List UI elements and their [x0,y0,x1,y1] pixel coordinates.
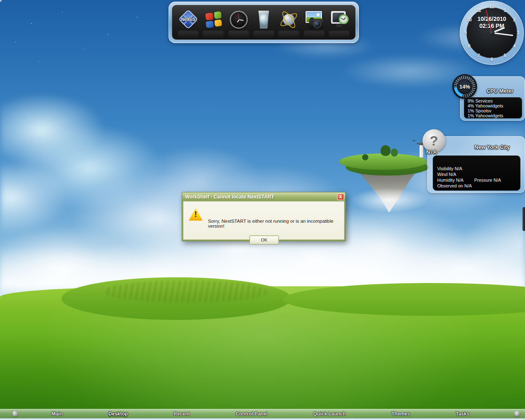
bird [413,140,415,142]
recycle-bin-icon[interactable] [253,9,274,40]
cpu-usage-value: 14% [459,84,470,90]
island-tree [362,154,368,160]
grass-hill [62,277,291,320]
island-grass [339,153,427,170]
photo-camera-icon[interactable] [304,9,325,40]
clock-number: 3 [517,30,519,35]
weather-humidity: Humidity N/A [437,177,463,183]
ok-button[interactable]: OK [249,235,279,244]
weather-condition: N/A [426,149,438,155]
weather-visibility: Visibility N/A [437,166,516,171]
weather-wind: Wind N/A [437,171,516,177]
taskbar-item-quick-launch[interactable]: Quick Launch [313,411,346,417]
clock-hub [489,30,495,36]
nexus-icon[interactable]: NeXuS [178,9,199,40]
clock-number: 7 [477,53,480,58]
taskbar-item-tasks[interactable]: Tasks [456,411,469,417]
taskbar-item-themes[interactable]: Themes [391,411,410,417]
clock-number: 6 [491,57,493,62]
taskbar-item-main[interactable]: Main [52,411,63,417]
nexus-dock: NeXuS [169,2,359,43]
cpu-meter-widget[interactable]: 14% CPU Meter 9% Services 4% Yahoowidget… [460,76,525,121]
clock-number: 9 [464,30,467,35]
globe-orbit-icon[interactable] [278,9,299,40]
dialog-titlebar[interactable]: WorkShelf - Cannot locate NextSTART [182,192,345,201]
clock-date: 10/26/2010 [460,16,524,22]
warning-exclamation: ! [189,210,203,219]
clock-number: 8 [468,43,470,48]
close-icon[interactable]: X [337,194,344,200]
cpu-process-row: 4% Yahoowidgets [468,103,518,108]
nexus-icon-label: NeXuS [178,17,199,22]
clock-number: 4 [513,43,516,48]
workshelf-error-dialog: WorkShelf - Cannot locate NextSTART X ! … [182,192,346,241]
dialog-message: Sorry, NextSTART is either not running o… [208,219,341,228]
question-mark-icon: ? [430,133,438,149]
clock-number: 12 [489,4,494,9]
clock-time: 02:16 PM [460,23,524,29]
monitor-clock-icon[interactable] [329,9,350,40]
windows-start-icon[interactable] [203,9,224,40]
clock-number: 5 [504,53,506,58]
taskbar-item-control-panel[interactable]: Control Panel [235,411,267,417]
taskbar-left-orb[interactable] [12,411,18,417]
weather-city: New York City [475,144,510,150]
cpu-gauge: 14% [452,74,477,99]
dock-panel: NeXuS [172,5,356,40]
lighthouse [420,144,423,158]
weather-details: Visibility N/A Wind N/A Humidity N/A Pre… [433,155,520,191]
weather-observed: Observed on N/A [437,183,516,189]
dialog-title: WorkShelf - Cannot locate NextSTART [185,194,274,200]
desktop: NeXuS [0,0,525,420]
dialog-body: ! Sorry, NextSTART is either not running… [183,201,344,240]
taskbar-item-desktop[interactable]: Desktop [108,411,128,417]
floating-island [338,143,439,215]
workshelf-taskbar: Main Desktop Recent Control Panel Quick … [0,409,525,418]
cpu-process-row: 9% Services [468,98,518,103]
clock-number: 1 [504,8,506,13]
clock-widget[interactable]: 1 2 3 4 5 6 7 8 9 10 11 12 10/26/2010 02… [460,1,524,65]
cpu-process-row: 1% Spoolsv [468,108,518,113]
clock-number: 11 [476,8,481,13]
bottom-strip [0,418,525,420]
cpu-process-row: 1% Yahoowidgets [468,113,518,118]
weather-widget[interactable]: ? N/A New York City Visibility N/A Wind … [427,136,525,193]
clock-icon[interactable] [228,9,249,40]
island-tree [391,148,398,157]
weather-pressure: Pressure N/A [474,177,501,183]
edge-handle[interactable] [523,207,525,231]
bird [417,143,420,144]
cpu-meter-title: CPU Meter [479,88,520,94]
taskbar-right-orb[interactable] [514,411,520,417]
taskbar-item-recent[interactable]: Recent [173,411,190,417]
cpu-process-list: 9% Services 4% Yahoowidgets 1% Spoolsv 1… [464,97,522,119]
island-tree [381,145,390,156]
